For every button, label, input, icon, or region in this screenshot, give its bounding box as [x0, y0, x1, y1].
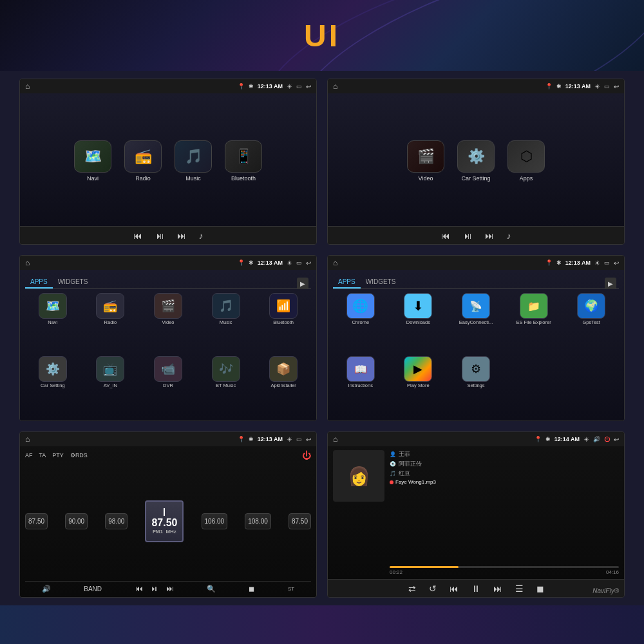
- shuffle-btn[interactable]: ⇄: [408, 583, 416, 594]
- music-progress: 00:22 04:16: [390, 566, 619, 575]
- play-tab-icon-4[interactable]: ▶: [605, 278, 616, 289]
- repeat-btn[interactable]: ↺: [429, 583, 437, 594]
- status-left-2: ⌂: [333, 82, 337, 91]
- sys-video-label: Video: [162, 320, 174, 325]
- back-icon-4[interactable]: ↩: [614, 260, 619, 267]
- app-bluetooth[interactable]: 📱 Bluetooth: [221, 140, 266, 182]
- tab-apps-4[interactable]: APPS: [333, 276, 361, 289]
- music-prev-btn[interactable]: ⏮: [450, 583, 459, 594]
- status-right-1: 📍 ✱ 12:13 AM ☀ ▭ ↩: [238, 83, 311, 90]
- tab-widgets-4[interactable]: WIDGETS: [361, 276, 401, 289]
- bluetooth-icon-5: ✱: [249, 436, 254, 442]
- status-right-5: 📍 ✱ 12:13 AM ☀ ▭ ↩: [238, 436, 311, 443]
- freq-98-00[interactable]: 98.00: [105, 513, 128, 529]
- sys-avin-icon: 📺: [96, 356, 124, 382]
- home-icon-3[interactable]: ⌂: [25, 258, 30, 267]
- back-icon-3[interactable]: ↩: [306, 260, 311, 267]
- android-app-gpstest[interactable]: 🌍 GpsTest: [564, 293, 619, 354]
- sys-bluetooth-icon: 📶: [269, 293, 298, 319]
- android-app-downloads[interactable]: ⬇ Downloads: [391, 293, 446, 354]
- sys-dvr-label: DVR: [163, 383, 173, 388]
- band-btn[interactable]: BAND: [84, 585, 102, 592]
- sys-app-video[interactable]: 🎬 Video: [140, 293, 196, 354]
- home-icon-4[interactable]: ⌂: [333, 258, 337, 267]
- play-btn-2[interactable]: ⏯: [463, 231, 472, 241]
- app-apps[interactable]: ⬡ Apps: [504, 140, 549, 182]
- tab-apps-3[interactable]: APPS: [25, 276, 53, 289]
- next-btn-2[interactable]: ⏭: [485, 231, 494, 241]
- sys-app-btmusic[interactable]: 🎶 BT Music: [198, 356, 254, 417]
- app-radio[interactable]: 📻 Radio: [120, 140, 166, 182]
- radio-more-btn[interactable]: ◼: [249, 585, 254, 593]
- freq-87-50-left[interactable]: 87.50: [25, 513, 48, 529]
- back-icon-1[interactable]: ↩: [306, 83, 311, 90]
- app-video[interactable]: 🎬 Video: [403, 140, 448, 182]
- back-icon-2[interactable]: ↩: [614, 83, 619, 90]
- active-track-row: Faye Wong1.mp3: [390, 479, 619, 485]
- radio-power-btn[interactable]: ⏻: [302, 450, 311, 460]
- search-icon-radio[interactable]: 🔍: [207, 585, 216, 593]
- tab-widgets-3[interactable]: WIDGETS: [53, 276, 93, 289]
- back-icon-6[interactable]: ↩: [614, 436, 619, 443]
- prev-btn-1[interactable]: ⏮: [133, 231, 142, 241]
- android-app-settings[interactable]: ⚙ Settings: [448, 356, 504, 417]
- home-icon-2[interactable]: ⌂: [333, 82, 337, 91]
- sys-app-dvr[interactable]: 📹 DVR: [140, 356, 196, 417]
- active-track-indicator: [390, 480, 393, 484]
- radio-icon: 📻: [124, 140, 162, 173]
- volume-icon-radio[interactable]: 🔊: [42, 585, 51, 593]
- sys-navi-label: Navi: [48, 320, 57, 325]
- home-icon-5[interactable]: ⌂: [25, 435, 30, 444]
- app-music[interactable]: 🎵 Music: [171, 140, 216, 182]
- android-app-chrome[interactable]: 🌐 Chrome: [333, 293, 388, 354]
- home-icon-1[interactable]: ⌂: [25, 82, 30, 91]
- music-label: Music: [185, 175, 201, 182]
- ta-btn[interactable]: TA: [39, 452, 46, 459]
- home-icon-6[interactable]: ⌂: [333, 435, 337, 444]
- music-play-btn[interactable]: ⏸: [471, 583, 480, 594]
- progress-track[interactable]: [390, 566, 619, 568]
- play-btn-1[interactable]: ⏯: [155, 231, 164, 241]
- freq-106-00[interactable]: 106.00: [202, 513, 228, 529]
- android-app-playstore[interactable]: ▶ Play Store: [391, 356, 446, 417]
- app-car-setting[interactable]: ⚙️ Car Setting: [453, 140, 498, 182]
- transport-bar-1: ⏮ ⏯ ⏭ ♪: [20, 226, 316, 244]
- playlist-btn[interactable]: ☰: [515, 583, 524, 594]
- power-icon-6[interactable]: ⏻: [604, 436, 610, 442]
- music-next-btn[interactable]: ⏭: [493, 583, 502, 594]
- brightness-icon-1: ☀: [287, 83, 292, 90]
- sys-app-navi[interactable]: 🗺️ Navi: [25, 293, 80, 354]
- album-art-image: 👩: [348, 466, 370, 487]
- playlist-item-2[interactable]: 💿 阿菲正传: [390, 460, 619, 468]
- android-app-easyconn[interactable]: 📡 EasyConnecti...: [448, 293, 504, 354]
- playlist-item-3[interactable]: 🎵 红豆: [390, 469, 619, 478]
- brightness-icon-4: ☀: [594, 260, 600, 267]
- radio-next-btn[interactable]: ⏭: [166, 584, 174, 593]
- radio-prev-btn[interactable]: ⏮: [135, 584, 143, 593]
- sys-app-carsetting[interactable]: ⚙️ Car Setting: [25, 356, 80, 417]
- freq-108-00[interactable]: 108.00: [245, 513, 271, 529]
- radio-band-label: FM1 MHz: [150, 529, 178, 535]
- playlist-item-1[interactable]: 👤 王菲: [390, 450, 619, 459]
- back-icon-5[interactable]: ↩: [306, 436, 311, 443]
- sys-app-music[interactable]: 🎵 Music: [198, 293, 254, 354]
- next-btn-1[interactable]: ⏭: [177, 231, 186, 241]
- radio-play-btn[interactable]: ⏯: [151, 584, 158, 593]
- playstore-icon: ▶: [404, 356, 432, 382]
- rds-btn[interactable]: ⚙RDS: [70, 452, 88, 459]
- sys-app-avin[interactable]: 📺 AV_IN: [83, 356, 138, 417]
- android-app-esfile[interactable]: 📁 ES File Explorer: [506, 293, 562, 354]
- android-app-instructions[interactable]: 📖 Instructions: [333, 356, 388, 417]
- app-navi[interactable]: 🗺️ Navi: [70, 140, 115, 182]
- af-btn[interactable]: AF: [25, 452, 33, 459]
- sys-app-bluetooth[interactable]: 📶 Bluetooth: [256, 293, 311, 354]
- page-title: UI: [304, 18, 340, 53]
- freq-87-50-right[interactable]: 87.50: [289, 513, 311, 529]
- sys-app-radio[interactable]: 📻 Radio: [83, 293, 138, 354]
- prev-btn-2[interactable]: ⏮: [441, 231, 450, 241]
- pty-btn[interactable]: PTY: [52, 452, 64, 459]
- freq-90-00[interactable]: 90.00: [65, 513, 88, 529]
- music-more-btn[interactable]: ◼: [536, 583, 544, 594]
- sys-app-apkinstaller[interactable]: 📦 ApkInstaller: [256, 356, 311, 417]
- play-tab-icon-3[interactable]: ▶: [297, 278, 308, 289]
